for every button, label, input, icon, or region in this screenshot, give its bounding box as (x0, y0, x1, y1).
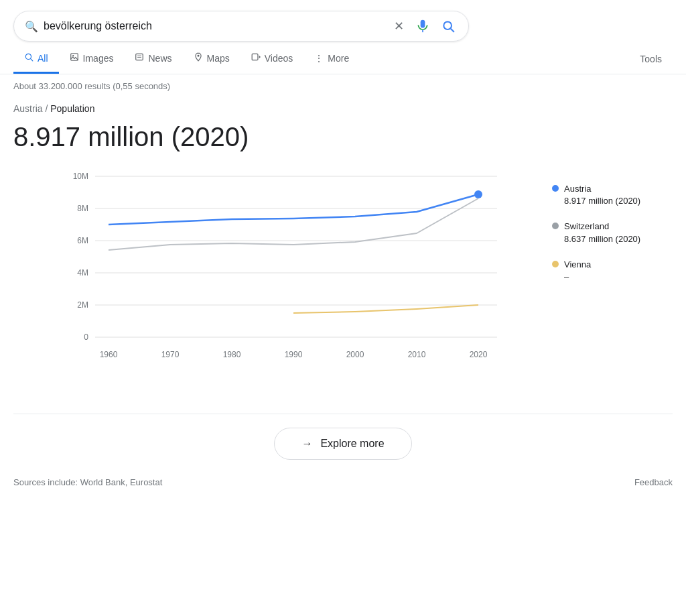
tab-images-label: Images (83, 53, 114, 64)
legend-text-vienna: Vienna – (564, 259, 591, 283)
legend-text-austria: Austria 8.917 million (2020) (564, 183, 640, 207)
tab-more[interactable]: ⋮ More (303, 45, 360, 74)
search-bar: 🔍 bevölkerung österreich ✕ (13, 11, 469, 42)
legend-austria: Austria 8.917 million (2020) (552, 183, 673, 207)
videos-tab-icon (251, 52, 261, 64)
legend-vienna-value: – (564, 271, 569, 282)
population-value: 8.917 million (2020) (0, 117, 686, 163)
tab-maps-label: Maps (207, 53, 230, 64)
population-chart: 10M 8M 6M 4M 2M 0 1960 1970 1980 1990 20… (13, 163, 539, 391)
tab-more-label: More (328, 53, 349, 64)
svg-text:1990: 1990 (285, 350, 303, 359)
legend-switzerland-value: 8.637 million (2020) (564, 234, 640, 244)
tab-news[interactable]: News (124, 44, 182, 74)
feedback-button[interactable]: Feedback (634, 477, 673, 487)
google-search-button[interactable] (439, 17, 458, 36)
legend-dot-vienna (552, 261, 559, 267)
voice-search-button[interactable] (413, 17, 432, 36)
tab-images[interactable]: Images (59, 44, 125, 74)
header: 🔍 bevölkerung österreich ✕ (0, 0, 686, 42)
svg-line-2 (451, 29, 454, 32)
svg-text:2020: 2020 (470, 350, 488, 359)
chart-wrapper: 10M 8M 6M 4M 2M 0 1960 1970 1980 1990 20… (13, 163, 539, 393)
svg-marker-12 (259, 56, 260, 59)
sources-text: Sources include: World Bank, Eurostat (13, 477, 162, 487)
legend-switzerland: Switzerland 8.637 million (2020) (552, 221, 673, 245)
search-bar-icon: 🔍 (25, 20, 38, 33)
explore-label: Explore more (320, 438, 384, 450)
breadcrumb: Austria / Population (0, 98, 686, 117)
all-tab-icon (24, 52, 33, 64)
legend-dot-switzerland (552, 223, 559, 229)
chart-section: 10M 8M 6M 4M 2M 0 1960 1970 1980 1990 20… (0, 163, 686, 393)
svg-text:0: 0 (84, 332, 88, 342)
search-actions: ✕ (391, 16, 458, 36)
explore-arrow: → (301, 438, 312, 450)
legend-vienna-name: Vienna (564, 259, 591, 269)
svg-rect-7 (136, 54, 143, 60)
tools-button[interactable]: Tools (629, 46, 673, 72)
svg-point-6 (72, 55, 74, 56)
svg-text:10M: 10M (73, 172, 88, 181)
svg-text:1960: 1960 (100, 350, 118, 359)
clear-button[interactable]: ✕ (391, 16, 407, 36)
legend-switzerland-name: Switzerland (564, 221, 609, 231)
nav-tabs: All Images News Maps Videos ⋮ More Tools (0, 44, 686, 74)
explore-section: → Explore more (13, 414, 673, 460)
legend-text-switzerland: Switzerland 8.637 million (2020) (564, 221, 640, 245)
tab-all-label: All (38, 53, 48, 64)
svg-text:2010: 2010 (408, 350, 426, 359)
svg-text:1970: 1970 (161, 350, 180, 359)
svg-text:2000: 2000 (346, 350, 364, 359)
search-query: bevölkerung österreich (44, 20, 391, 32)
svg-text:6M: 6M (77, 236, 88, 245)
more-tab-icon: ⋮ (314, 53, 324, 64)
legend-vienna: Vienna – (552, 259, 673, 283)
tab-videos-label: Videos (265, 53, 293, 64)
explore-more-button[interactable]: → Explore more (274, 428, 411, 460)
breadcrumb-parent: Austria (13, 103, 43, 114)
svg-point-32 (474, 190, 482, 198)
legend-dot-austria (552, 185, 559, 192)
svg-line-4 (31, 59, 33, 61)
breadcrumb-current: Population (50, 103, 94, 114)
svg-text:8M: 8M (77, 204, 88, 213)
svg-rect-0 (422, 30, 423, 32)
mic-icon (416, 19, 429, 33)
svg-rect-11 (252, 54, 258, 60)
tab-all[interactable]: All (13, 44, 59, 74)
results-summary: About 33.200.000 results (0,55 seconds) (0, 74, 686, 98)
chart-legend: Austria 8.917 million (2020) Switzerland… (552, 163, 673, 393)
svg-rect-5 (70, 54, 78, 61)
tab-videos[interactable]: Videos (241, 44, 304, 74)
footer: Sources include: World Bank, Eurostat Fe… (0, 467, 686, 498)
maps-tab-icon (194, 52, 203, 64)
svg-text:1980: 1980 (223, 350, 241, 359)
svg-point-10 (197, 55, 199, 57)
legend-austria-value: 8.917 million (2020) (564, 196, 640, 206)
legend-austria-name: Austria (564, 184, 591, 194)
svg-text:4M: 4M (77, 268, 88, 278)
tab-news-label: News (148, 53, 172, 64)
tab-maps[interactable]: Maps (183, 44, 241, 74)
clear-icon: ✕ (394, 19, 404, 34)
svg-text:2M: 2M (77, 300, 88, 310)
images-tab-icon (70, 52, 79, 64)
news-tab-icon (135, 52, 144, 64)
search-icon (441, 19, 455, 33)
